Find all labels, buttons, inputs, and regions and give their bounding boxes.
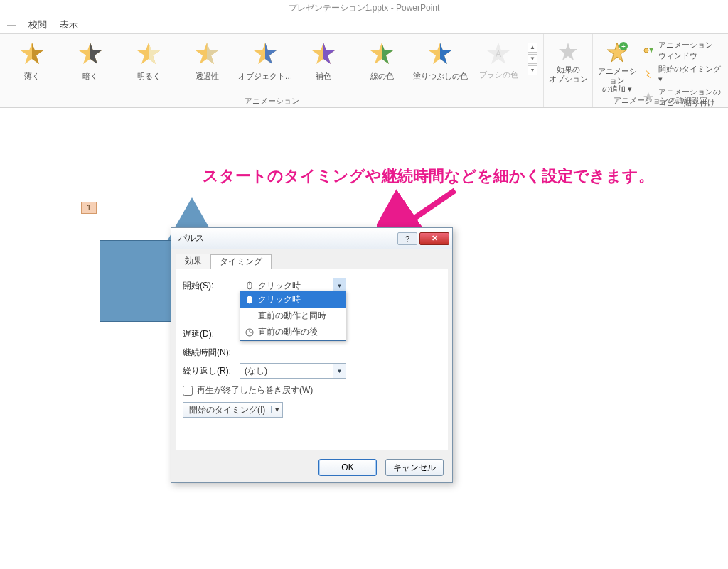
field-delay-label: 遅延(D): — [183, 328, 240, 340]
gallery-expand[interactable]: ▾ — [528, 65, 537, 75]
animation-order-tag[interactable]: 1 — [81, 202, 97, 214]
tab-review[interactable]: 校閲 — [28, 18, 47, 31]
ok-button[interactable]: OK — [318, 459, 377, 476]
svg-point-22 — [644, 48, 648, 53]
field-duration-label: 継続時間(N): — [183, 347, 240, 359]
effect-label: 明るく — [137, 71, 161, 82]
ribbon-tab-row: ― 校閲 表示 — [0, 16, 728, 34]
field-start-label: 開始(S): — [183, 280, 240, 292]
star-icon — [370, 41, 394, 67]
ribbon-group-animation-gallery: 薄く暗く明るく透過性オブジェクト…補色線の色塗りつぶしの色Aブラシの色▲▼▾ ア… — [0, 34, 544, 107]
pulse-dialog: パルス ? ✕ 効果 タイミング 開始(S): クリック時 — [171, 227, 453, 483]
rewind-label: 再生が終了したら巻き戻す(W) — [197, 384, 313, 396]
repeat-combo-value: (なし) — [245, 365, 267, 377]
start-option[interactable]: クリック時 — [240, 291, 346, 308]
option-label: 直前の動作と同時 — [258, 310, 326, 322]
trigger-button[interactable]: 開始のタイミング ▾ — [643, 64, 721, 84]
effect-label: オブジェクト… — [238, 71, 293, 82]
chevron-down-icon[interactable]: ▼ — [333, 364, 346, 378]
add-animation-button[interactable]: + アニメーションの追加 ▾ — [596, 34, 638, 94]
dialog-title: パルス — [178, 232, 204, 244]
star-icon — [311, 41, 336, 67]
animation-effect-item-disabled: Aブラシの色 — [469, 34, 528, 80]
rewind-checkbox-row[interactable]: 再生が終了したら巻き戻す(W) — [183, 384, 441, 396]
svg-text:+: + — [621, 43, 626, 50]
slide-canvas-area: スタートのタイミングや継続時間などを細かく設定できます。 1 パルス ? ✕ 効… — [0, 112, 728, 569]
star-icon — [253, 41, 277, 67]
effect-label: ブラシの色 — [479, 70, 518, 80]
dialog-close-button[interactable]: ✕ — [419, 232, 449, 245]
field-duration-row: 継続時間(N): — [183, 343, 441, 362]
star-icon — [136, 41, 161, 67]
svg-marker-11 — [323, 43, 335, 64]
dialog-button-row: OK キャンセル — [171, 455, 452, 483]
animation-effect-item[interactable]: 線の色 — [353, 34, 411, 82]
group-caption-advanced: アニメーションの詳細設定 — [596, 94, 725, 107]
advanced-animation-options: アニメーション ウィンドウ 開始のタイミング ▾ アニメーションのコピー/貼り付… — [638, 34, 725, 94]
repeat-combo[interactable]: (なし) ▼ — [240, 363, 346, 379]
window-title: プレゼンテーション1.pptx - PowerPoint — [0, 0, 728, 16]
svg-marker-7 — [207, 43, 218, 64]
star-icon: A — [486, 41, 510, 65]
ribbon: 薄く暗く明るく透過性オブジェクト…補色線の色塗りつぶしの色Aブラシの色▲▼▾ ア… — [0, 34, 728, 108]
svg-marker-3 — [90, 43, 102, 64]
star-icon — [78, 41, 102, 67]
svg-text:A: A — [496, 49, 501, 59]
group-caption-options — [547, 83, 589, 96]
svg-marker-18 — [559, 43, 577, 60]
effect-label: 線の色 — [370, 71, 394, 82]
animation-effects-gallery[interactable]: 薄く暗く明るく透過性オブジェクト…補色線の色塗りつぶしの色Aブラシの色▲▼▾ — [3, 34, 540, 94]
start-option[interactable]: 直前の動作と同時 — [240, 308, 346, 324]
star-icon — [428, 41, 452, 67]
close-icon: ✕ — [432, 234, 438, 243]
rewind-checkbox[interactable] — [183, 386, 193, 396]
animation-effect-item[interactable]: 補色 — [294, 34, 353, 82]
animation-effect-item[interactable]: 薄く — [3, 34, 61, 82]
dialog-body-timing: 開始(S): クリック時 ▼ クリック時直前の動作と同時直前の動作の後 遅延(D… — [176, 269, 448, 450]
dialog-help-button[interactable]: ? — [397, 232, 417, 245]
animation-effect-item[interactable]: 塗りつぶしの色 — [411, 34, 469, 82]
add-animation-icon: + — [606, 41, 628, 64]
effect-options-button[interactable]: 効果のオプション — [547, 34, 589, 83]
animation-pane-icon — [643, 45, 654, 56]
annotation-text: スタートのタイミングや継続時間などを細かく設定できます。 — [203, 166, 714, 187]
start-dropdown-list: クリック時直前の動作と同時直前の動作の後 — [240, 291, 346, 341]
mouse-icon — [245, 295, 254, 304]
gallery-scroll-up[interactable]: ▲ — [528, 43, 537, 53]
animation-pane-button[interactable]: アニメーション ウィンドウ — [643, 40, 721, 61]
gallery-scroll-down[interactable]: ▼ — [528, 54, 537, 64]
dialog-titlebar: パルス ? ✕ — [171, 228, 452, 249]
start-option[interactable]: 直前の動作の後 — [240, 324, 346, 340]
star-icon — [195, 41, 219, 67]
tab-view[interactable]: 表示 — [60, 18, 78, 31]
svg-marker-15 — [440, 43, 451, 64]
group-caption-animation: アニメーション — [3, 94, 540, 107]
effect-label: 塗りつぶしの色 — [413, 71, 468, 82]
dialog-tab-timing[interactable]: タイミング — [210, 254, 272, 269]
trigger-split-button[interactable]: 開始のタイミング(I) ▼ — [183, 402, 283, 418]
svg-marker-13 — [382, 43, 393, 64]
animation-effect-item[interactable]: 暗く — [61, 34, 119, 82]
effect-options-icon — [557, 41, 579, 63]
effect-label: 薄く — [24, 71, 40, 82]
option-label: クリック時 — [258, 293, 301, 305]
gallery-scroll-buttons: ▲▼▾ — [528, 34, 540, 75]
dialog-tabs: 効果 タイミング — [171, 249, 452, 269]
effect-label: 暗く — [82, 71, 98, 82]
animation-effect-item[interactable]: オブジェクト… — [236, 34, 294, 82]
animation-effect-item[interactable]: 透過性 — [178, 34, 236, 82]
field-repeat-row: 繰り返し(R): (なし) ▼ — [183, 362, 441, 380]
option-label: 直前の動作の後 — [258, 326, 318, 338]
svg-marker-5 — [149, 43, 160, 64]
animation-effect-item[interactable]: 明るく — [119, 34, 178, 82]
chevron-down-icon[interactable]: ▼ — [271, 406, 282, 413]
svg-marker-9 — [265, 43, 277, 64]
svg-marker-1 — [32, 43, 43, 64]
clock-icon — [245, 327, 254, 337]
cancel-button[interactable]: キャンセル — [385, 459, 444, 476]
start-combo-value: クリック時 — [258, 280, 301, 292]
dialog-tab-effect[interactable]: 効果 — [176, 254, 211, 269]
ribbon-group-effect-options: 効果のオプション — [544, 34, 593, 107]
mouse-icon — [245, 281, 254, 291]
effect-label: 透過性 — [196, 71, 219, 82]
